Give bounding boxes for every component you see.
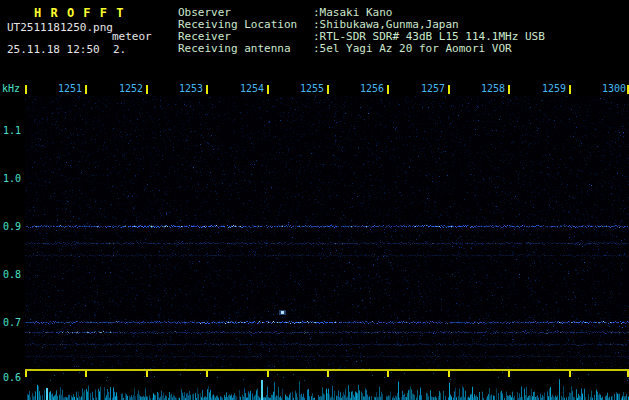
spectrogram-canvas bbox=[25, 96, 629, 370]
freq-tick-label: 1.0 bbox=[3, 173, 25, 184]
meta-value: :5el Yagi Az 20 for Aomori VOR bbox=[313, 42, 512, 55]
minute-tick-top bbox=[387, 85, 389, 94]
minute-tick-bottom bbox=[267, 371, 269, 377]
freq-tick-label: 0.7 bbox=[3, 317, 25, 328]
time-tick-label: 1259 bbox=[542, 83, 566, 94]
hrofft-output-window: H R O F F T UT2511181250.png meteor 25.1… bbox=[0, 0, 629, 400]
time-tick-label: 1255 bbox=[300, 83, 324, 94]
minute-tick-bottom bbox=[206, 371, 208, 377]
time-tick-label: 1256 bbox=[360, 83, 384, 94]
minute-tick-top bbox=[267, 85, 269, 94]
minute-tick-bottom bbox=[387, 371, 389, 377]
minute-tick-top bbox=[327, 85, 329, 94]
minute-tick-bottom bbox=[146, 371, 148, 377]
app-title: H R O F F T bbox=[34, 6, 124, 20]
minute-tick-top bbox=[508, 85, 510, 94]
freq-tick-label: 0.8 bbox=[3, 269, 25, 280]
freq-tick-label: 1.1 bbox=[3, 125, 25, 136]
meta-row-antenna: Receiving antenna :5el Yagi Az 20 for Ao… bbox=[178, 42, 629, 54]
output-filename: UT2511181250.png bbox=[7, 21, 113, 34]
time-tick-label: 1253 bbox=[179, 83, 203, 94]
meta-row-receiver: Receiver :RTL-SDR SDR# 43dB L15 114.1MHz… bbox=[178, 30, 629, 42]
minute-tick-bottom bbox=[508, 371, 510, 377]
time-tick-label: 1258 bbox=[481, 83, 505, 94]
timestamp: 25.11.18 12:50 2. bbox=[7, 43, 126, 56]
meta-row-observer: Observer :Masaki Kano bbox=[178, 6, 629, 18]
freq-tick-label: 0.6 bbox=[3, 372, 25, 383]
minute-tick-bottom bbox=[85, 371, 87, 377]
minute-tick-top bbox=[25, 85, 27, 94]
time-tick-label: 1300 bbox=[602, 83, 626, 94]
freq-axis-unit: kHz bbox=[2, 83, 20, 94]
minute-tick-bottom bbox=[569, 371, 571, 377]
time-tick-label: 1251 bbox=[58, 83, 82, 94]
minute-tick-top bbox=[569, 85, 571, 94]
station-label: meteor bbox=[112, 30, 152, 43]
time-tick-label: 1257 bbox=[421, 83, 445, 94]
minute-tick-bottom bbox=[25, 371, 27, 377]
meta-label: Receiving antenna bbox=[178, 42, 291, 55]
minute-tick-bottom bbox=[327, 371, 329, 377]
time-tick-label: 1252 bbox=[119, 83, 143, 94]
minute-tick-top bbox=[146, 85, 148, 94]
freq-tick-label: 0.9 bbox=[3, 221, 25, 232]
meta-row-location: Receiving Location :Shibukawa,Gunma,Japa… bbox=[178, 18, 629, 30]
minute-tick-top bbox=[206, 85, 208, 94]
time-tick-label: 1254 bbox=[240, 83, 264, 94]
minute-tick-bottom bbox=[448, 371, 450, 377]
minute-tick-top bbox=[448, 85, 450, 94]
minute-tick-top bbox=[85, 85, 87, 94]
metadata-block: Observer :Masaki Kano Receiving Location… bbox=[178, 0, 629, 60]
